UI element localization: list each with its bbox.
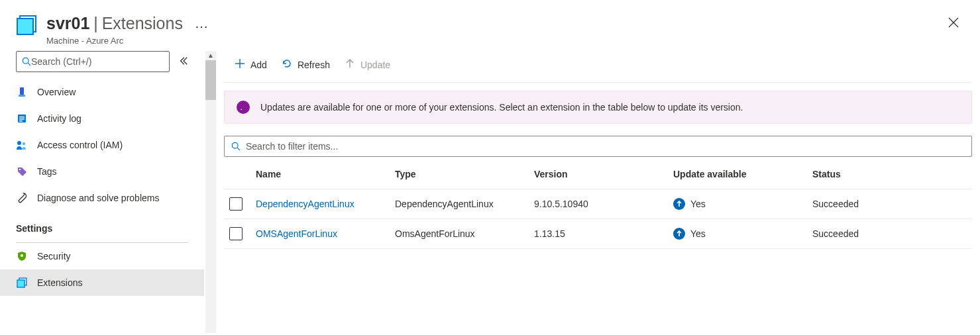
table-row[interactable]: OMSAgentForLinux OmsAgentForLinux 1.13.1… — [224, 219, 972, 249]
search-icon — [231, 142, 241, 151]
svg-point-12 — [17, 141, 21, 145]
extension-name-link[interactable]: OMSAgentForLinux — [256, 228, 337, 239]
sidebar-item-label: Extensions — [37, 277, 82, 288]
svg-point-4 — [23, 58, 28, 64]
resource-subtitle: Machine - Azure Arc — [46, 36, 943, 46]
extensions-table: Name Type Version Update available Statu… — [224, 160, 972, 249]
people-icon — [16, 139, 28, 151]
svg-rect-17 — [17, 280, 25, 287]
resource-icon — [16, 15, 37, 36]
svg-line-22 — [237, 148, 240, 150]
refresh-button[interactable]: Refresh — [282, 58, 330, 71]
svg-rect-11 — [19, 120, 23, 122]
row-checkbox[interactable] — [229, 227, 243, 240]
svg-rect-9 — [19, 117, 25, 118]
notification-text: Updates are available for one or more of… — [260, 102, 743, 113]
svg-rect-10 — [19, 119, 25, 120]
sidebar-group-settings: Settings — [0, 211, 204, 241]
extension-status: Succeeded — [807, 189, 972, 219]
page-title: svr01 | Extensions — [46, 14, 183, 33]
sidebar-item-security[interactable]: Security — [0, 243, 204, 269]
shield-icon — [16, 250, 28, 262]
sidebar-item-label: Activity log — [37, 113, 82, 124]
extension-type: OmsAgentForLinux — [390, 219, 529, 249]
extensions-icon — [16, 277, 28, 289]
server-icon — [16, 86, 28, 98]
sidebar-search[interactable] — [16, 51, 170, 72]
sidebar-scrollbar[interactable]: ▲ — [205, 51, 216, 333]
filter-input[interactable] — [246, 141, 965, 152]
toolbar: Add Refresh Update — [224, 51, 972, 83]
sidebar-item-activity-log[interactable]: Activity log — [0, 105, 204, 132]
svg-point-21 — [232, 142, 238, 148]
wrench-icon — [16, 192, 28, 204]
toolbar-label: Refresh — [298, 60, 330, 70]
svg-rect-7 — [19, 95, 25, 97]
svg-point-13 — [23, 142, 25, 145]
tag-icon — [16, 166, 28, 177]
rocket-icon — [237, 101, 250, 114]
table-header-name[interactable]: Name — [250, 160, 390, 189]
arrow-up-icon — [345, 58, 355, 71]
extension-type: DependencyAgentLinux — [390, 189, 529, 219]
sidebar-item-extensions[interactable]: Extensions — [0, 269, 204, 296]
update-button: Update — [345, 58, 390, 71]
update-available-icon — [673, 228, 685, 240]
update-available-icon — [673, 198, 685, 210]
add-button[interactable]: Add — [235, 58, 267, 71]
close-button[interactable] — [943, 12, 964, 35]
sidebar-item-label: Security — [37, 251, 71, 262]
extension-version: 1.13.15 — [529, 219, 668, 249]
svg-rect-6 — [20, 87, 24, 95]
sidebar-search-input[interactable] — [31, 56, 164, 67]
sidebar-item-label: Diagnose and solve problems — [37, 193, 159, 203]
sidebar-item-tags[interactable]: Tags — [0, 158, 204, 185]
sidebar-item-label: Overview — [37, 87, 76, 97]
sidebar-item-diagnose[interactable]: Diagnose and solve problems — [0, 185, 204, 211]
search-icon — [22, 57, 31, 66]
extension-status: Succeeded — [807, 219, 972, 249]
sidebar-item-access-control[interactable]: Access control (IAM) — [0, 132, 204, 158]
log-icon — [16, 113, 28, 124]
svg-point-15 — [21, 254, 23, 257]
toolbar-label: Update — [360, 60, 390, 70]
plus-icon — [235, 58, 245, 71]
table-header-update[interactable]: Update available — [668, 160, 807, 189]
sidebar-item-overview[interactable]: Overview — [0, 79, 204, 105]
extension-name-link[interactable]: DependencyAgentLinux — [256, 199, 354, 209]
table-header-status[interactable]: Status — [807, 160, 972, 189]
page-header: svr01 | Extensions ⋯ Machine - Azure Arc — [0, 0, 980, 51]
more-actions-button[interactable]: ⋯ — [195, 19, 209, 34]
refresh-icon — [282, 58, 292, 71]
toolbar-label: Add — [250, 60, 267, 70]
extension-version: 9.10.5.10940 — [529, 189, 668, 219]
filter-box[interactable] — [224, 136, 972, 157]
sidebar: Overview Activity log Access control (IA… — [0, 51, 216, 333]
sidebar-item-label: Tags — [37, 166, 57, 177]
table-header-type[interactable]: Type — [390, 160, 529, 189]
row-checkbox[interactable] — [229, 197, 243, 211]
notification-banner: Updates are available for one or more of… — [224, 91, 972, 124]
table-header-version[interactable]: Version — [529, 160, 668, 189]
svg-rect-1 — [17, 19, 33, 34]
sidebar-item-label: Access control (IAM) — [37, 140, 123, 150]
collapse-sidebar-button[interactable] — [176, 54, 191, 70]
svg-point-14 — [19, 169, 21, 171]
update-available-text: Yes — [690, 228, 706, 239]
main-content: Add Refresh Update Updates are available… — [216, 51, 980, 333]
svg-line-5 — [28, 63, 30, 66]
table-row[interactable]: DependencyAgentLinux DependencyAgentLinu… — [224, 189, 972, 219]
update-available-text: Yes — [690, 199, 706, 209]
